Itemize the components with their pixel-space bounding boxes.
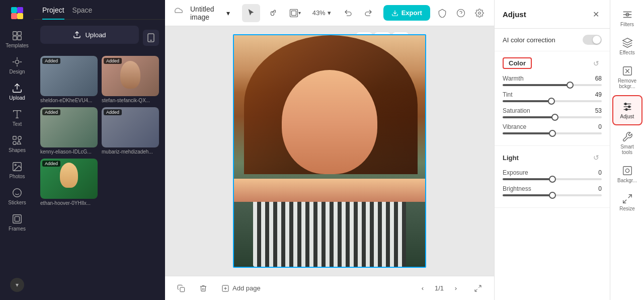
export-button[interactable]: Export (383, 5, 430, 21)
sidebar-item-shapes[interactable]: Shapes (0, 131, 34, 157)
delete-page-btn[interactable] (195, 280, 211, 296)
list-item: Added mubariz-mehdizadeh... (102, 107, 159, 155)
redo-btn[interactable] (359, 4, 377, 22)
added-badge: Added (42, 58, 60, 64)
tint-slider-row: Tint 49 (503, 91, 602, 102)
light-reset-btn[interactable]: ↺ (591, 152, 602, 163)
color-reset-btn[interactable]: ↺ (591, 58, 602, 69)
vibrance-label: Vibrance (503, 123, 526, 130)
add-page-btn[interactable]: Add page (217, 282, 265, 294)
exposure-track[interactable] (503, 178, 602, 180)
list-item: Added sheldon-eDKheEVU4... (40, 56, 98, 103)
upload-button[interactable]: Upload (40, 26, 139, 44)
rail-item-smart-tools[interactable]: Smarttools (610, 126, 645, 160)
zoom-control[interactable]: 43% ▾ (308, 7, 335, 19)
right-rail: Filters Effects Removebckgr... Adjust (610, 0, 644, 300)
tab-space[interactable]: Space (72, 6, 93, 19)
sidebar-item-design[interactable]: Design (0, 52, 34, 79)
tint-header: Tint 49 (503, 91, 602, 98)
sidebar-upload-label: Upload (9, 95, 25, 101)
rail-item-background[interactable]: Backgr... (610, 160, 645, 188)
shield-btn[interactable] (436, 5, 449, 21)
zoom-chevron: ▾ (328, 9, 331, 17)
svg-rect-26 (292, 11, 296, 15)
svg-rect-14 (13, 141, 16, 144)
svg-point-8 (15, 60, 19, 63)
title-text: Untitled image (190, 5, 224, 21)
image-card[interactable]: Added (102, 56, 159, 96)
svg-rect-7 (18, 36, 21, 40)
settings-btn[interactable] (473, 5, 486, 21)
sidebar-shapes-label: Shapes (9, 147, 26, 153)
color-badge[interactable]: Color (503, 57, 532, 69)
tint-thumb (548, 98, 555, 105)
rail-item-remove-bg[interactable]: Removebckgr... (610, 60, 645, 94)
svg-rect-21 (15, 216, 19, 221)
zoom-value: 43% (312, 9, 326, 17)
tint-track[interactable] (503, 100, 602, 102)
svg-rect-4 (13, 32, 17, 35)
warmth-track[interactable] (503, 84, 602, 86)
warmth-label: Warmth (503, 75, 524, 82)
canvas-wrapper[interactable]: Page 1 – (165, 26, 494, 276)
image-card[interactable]: Added (102, 107, 159, 147)
sidebar-item-photos[interactable]: Photos (0, 157, 34, 183)
prev-page-btn[interactable]: ‹ (415, 280, 431, 296)
image-name: stefan-stefancik-QX... (102, 98, 159, 103)
svg-rect-58 (623, 167, 631, 175)
help-btn[interactable] (455, 5, 467, 21)
warmth-value: 68 (595, 75, 602, 82)
list-item: Added kenny-eliason-IDLcG... (40, 107, 98, 155)
rail-remove-bg-label: Removebckgr... (618, 78, 636, 89)
undo-btn[interactable] (339, 4, 357, 22)
rail-item-resize[interactable]: Resize (610, 188, 645, 216)
saturation-track[interactable] (503, 116, 602, 118)
image-card[interactable]: Added (40, 159, 98, 199)
rail-item-filters[interactable]: Filters (610, 4, 645, 32)
sidebar-expand-btn[interactable]: ▾ (10, 278, 24, 292)
sidebar-item-stickers[interactable]: Stickers (0, 183, 34, 209)
adjust-header: Adjust ✕ (495, 0, 610, 29)
color-section: Color ↺ Warmth 68 Tint 49 (495, 51, 610, 146)
ai-toggle[interactable] (583, 35, 602, 45)
svg-point-17 (13, 189, 22, 197)
canvas-area: Untitled image ▾ ▾ (165, 0, 494, 300)
vibrance-track[interactable] (503, 132, 602, 134)
svg-line-60 (628, 195, 631, 198)
copy-page-btn[interactable] (173, 280, 189, 296)
hand-tool-btn[interactable] (264, 4, 282, 22)
mobile-view-btn[interactable] (143, 30, 159, 46)
canvas-image[interactable] (233, 34, 426, 268)
saturation-fill (503, 116, 555, 118)
svg-rect-2 (11, 13, 17, 19)
rail-item-effects[interactable]: Effects (610, 32, 645, 60)
saturation-label: Saturation (503, 107, 530, 114)
sidebar-item-templates[interactable]: Templates (0, 26, 34, 52)
adjust-close-btn[interactable]: ✕ (590, 8, 602, 20)
rail-adjust-label: Adjust (620, 114, 634, 119)
tab-project[interactable]: Project (42, 6, 64, 19)
image-card[interactable]: Added (40, 107, 98, 147)
select-tool-btn[interactable] (242, 4, 260, 22)
rail-item-adjust[interactable]: Adjust (612, 95, 642, 125)
fit-screen-btn[interactable] (470, 280, 486, 296)
image-name: kenny-eliason-IDLcG... (40, 149, 98, 155)
rail-smart-tools-label: Smarttools (620, 144, 634, 155)
next-page-btn[interactable]: › (448, 280, 464, 296)
image-card[interactable]: Added (40, 56, 98, 96)
document-title[interactable]: Untitled image ▾ (190, 5, 230, 21)
image-grid: Added sheldon-eDKheEVU4... Added stefan-… (40, 56, 159, 206)
sidebar-item-text[interactable]: Text (0, 105, 34, 131)
tint-value: 49 (595, 91, 602, 98)
color-section-header: Color ↺ (503, 57, 602, 69)
sidebar-item-upload[interactable]: Upload (0, 79, 34, 105)
brightness-track[interactable] (503, 194, 602, 196)
added-badge: Added (104, 58, 122, 64)
ai-row: AI color correction (503, 35, 602, 45)
panel-body: Upload Added sheldon-eDKheEVU4... (34, 20, 165, 300)
title-chevron: ▾ (226, 9, 230, 17)
frame-tool-btn[interactable]: ▾ (286, 4, 304, 22)
sidebar-icon-rail: Templates Design Upload Text Sha (0, 0, 34, 300)
svg-rect-20 (13, 215, 22, 223)
sidebar-item-frames[interactable]: Frames (0, 209, 34, 236)
